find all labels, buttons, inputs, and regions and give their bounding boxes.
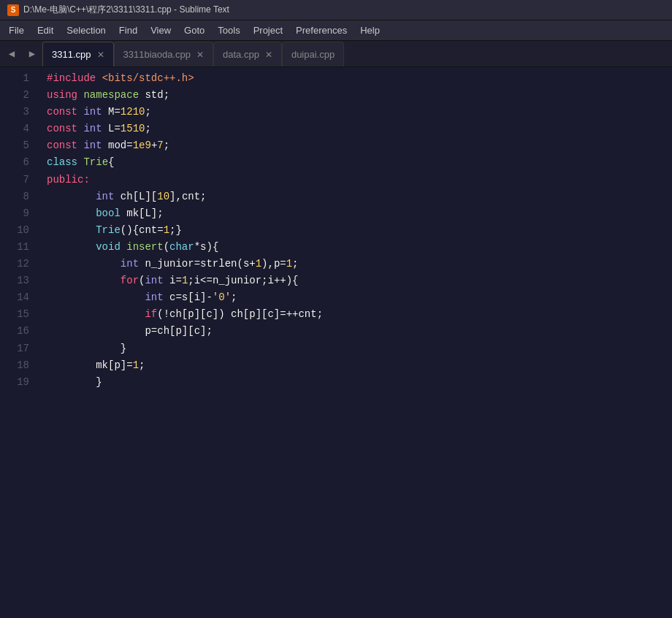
tab-bar: ◀ ▶ 3311.cpp ✕ 3311biaoda.cpp ✕ data.cpp… <box>0 41 672 67</box>
menu-file[interactable]: File <box>3 23 30 38</box>
code-area[interactable]: #include <bits/stdc++.h> using namespace… <box>38 67 672 618</box>
menu-preferences[interactable]: Preferences <box>290 23 353 38</box>
menu-find[interactable]: Find <box>113 23 143 38</box>
tab-3311biaodacpp[interactable]: 3311biaoda.cpp ✕ <box>114 42 214 66</box>
tab-nav-prev[interactable]: ◀ <box>1 40 22 66</box>
app-icon: S <box>7 4 19 16</box>
menu-selection[interactable]: Selection <box>61 23 111 38</box>
menu-project[interactable]: Project <box>248 23 289 38</box>
tab-close-3311cpp[interactable]: ✕ <box>97 50 104 60</box>
editor: 1 2 3 4 5 6 7 8 9 10 11 12 13 14 15 16 1… <box>0 67 672 618</box>
title-text: D:\Me-电脑\C++\程序2\3311\3311.cpp - Sublime… <box>23 4 229 16</box>
menu-edit[interactable]: Edit <box>31 23 59 38</box>
menu-goto[interactable]: Goto <box>178 23 210 38</box>
line-numbers: 1 2 3 4 5 6 7 8 9 10 11 12 13 14 15 16 1… <box>0 67 38 618</box>
tab-label: data.cpp <box>223 49 259 60</box>
menu-view[interactable]: View <box>145 23 177 38</box>
menu-tools[interactable]: Tools <box>212 23 245 38</box>
tab-label: 3311.cpp <box>52 49 91 60</box>
menu-help[interactable]: Help <box>354 23 386 38</box>
tab-duipaicpp[interactable]: duipai.cpp <box>282 42 344 66</box>
tab-3311cpp[interactable]: 3311.cpp ✕ <box>42 42 114 66</box>
tab-datacpp[interactable]: data.cpp ✕ <box>213 42 282 66</box>
title-bar: S D:\Me-电脑\C++\程序2\3311\3311.cpp - Subli… <box>0 0 672 20</box>
tab-label: 3311biaoda.cpp <box>123 49 191 60</box>
tab-close-3311biaodacpp[interactable]: ✕ <box>196 50 204 60</box>
menu-bar: File Edit Selection Find View Goto Tools… <box>0 20 672 41</box>
tab-label: duipai.cpp <box>291 49 335 60</box>
tab-close-datacpp[interactable]: ✕ <box>265 50 272 60</box>
tab-nav-next[interactable]: ▶ <box>22 40 42 66</box>
